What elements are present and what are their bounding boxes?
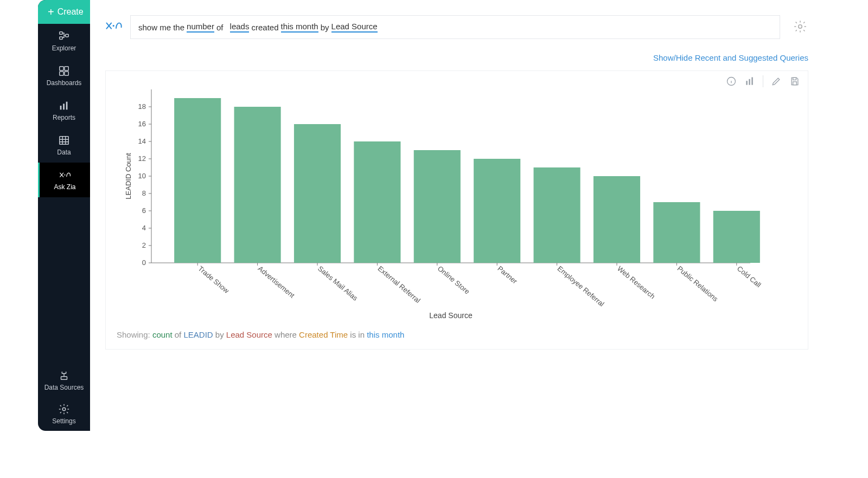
- svg-text:10: 10: [138, 172, 146, 180]
- svg-rect-20: [793, 77, 796, 80]
- svg-text:Partner: Partner: [496, 264, 519, 286]
- sidebar-item-ask-zia[interactable]: Ask Zia: [38, 163, 90, 197]
- svg-rect-59: [474, 159, 520, 263]
- svg-rect-68: [653, 202, 700, 263]
- query-token-this-month[interactable]: this month: [281, 22, 318, 33]
- toolbar-divider: [763, 75, 763, 87]
- svg-rect-2: [66, 34, 69, 37]
- svg-point-15: [799, 25, 802, 29]
- svg-rect-56: [414, 150, 461, 263]
- chart: 024681012141618Trade ShowAdvertisementSa…: [117, 79, 795, 325]
- query-text-static: show me the: [138, 23, 184, 32]
- svg-text:Web Research: Web Research: [616, 264, 656, 301]
- query-token-leads[interactable]: leads: [230, 22, 250, 33]
- svg-text:LEADID Count: LEADID Count: [124, 153, 132, 199]
- svg-text:Lead Source: Lead Source: [429, 311, 473, 320]
- svg-text:2: 2: [142, 241, 146, 249]
- svg-rect-17: [746, 81, 748, 85]
- svg-rect-21: [793, 82, 797, 85]
- showing-prefix: Showing:: [117, 330, 150, 339]
- sidebar: + Create Explorer Dashboards Reports: [38, 0, 90, 431]
- sidebar-item-label: Explorer: [52, 44, 76, 52]
- save-button[interactable]: [789, 76, 800, 87]
- showing-where: where: [275, 330, 297, 339]
- svg-rect-62: [534, 167, 580, 263]
- svg-text:14: 14: [138, 137, 146, 145]
- bar-chart-icon: [58, 100, 70, 112]
- svg-rect-8: [63, 104, 65, 109]
- svg-text:Sales Mail Alias: Sales Mail Alias: [316, 264, 360, 302]
- showing-count: count: [152, 330, 173, 339]
- info-button[interactable]: [726, 76, 737, 87]
- svg-point-13: [62, 408, 66, 411]
- svg-point-14: [113, 25, 114, 27]
- showing-leadid: LEADID: [183, 330, 213, 339]
- svg-rect-6: [65, 72, 68, 75]
- sidebar-item-explorer[interactable]: Explorer: [38, 24, 90, 59]
- zia-icon: [59, 169, 71, 181]
- grid-icon: [58, 65, 70, 77]
- zia-logo-icon: [105, 20, 123, 35]
- sidebar-item-settings[interactable]: Settings: [38, 397, 90, 431]
- svg-text:Advertisement: Advertisement: [257, 264, 297, 300]
- svg-rect-47: [234, 107, 281, 263]
- sidebar-item-data-sources[interactable]: Data Sources: [38, 364, 90, 397]
- svg-text:18: 18: [138, 102, 146, 111]
- create-label: Create: [58, 7, 84, 17]
- svg-text:Cold Call: Cold Call: [736, 264, 761, 289]
- svg-text:Employee Referral: Employee Referral: [556, 264, 606, 308]
- showing-created-time: Created Time: [299, 330, 348, 339]
- chart-card: 024681012141618Trade ShowAdvertisementSa…: [105, 70, 808, 350]
- nav: Explorer Dashboards Reports Data: [38, 24, 90, 431]
- svg-rect-12: [61, 377, 67, 380]
- svg-rect-65: [593, 176, 640, 263]
- svg-rect-5: [60, 72, 63, 75]
- sidebar-item-reports[interactable]: Reports: [38, 93, 90, 128]
- suggested-row: Show/Hide Recent and Suggested Queries: [105, 53, 808, 63]
- svg-rect-0: [60, 32, 63, 35]
- toggle-suggested-link[interactable]: Show/Hide Recent and Suggested Queries: [653, 53, 808, 62]
- svg-rect-1: [60, 37, 63, 40]
- svg-rect-7: [60, 106, 62, 109]
- svg-text:16: 16: [138, 120, 146, 128]
- chart-type-button[interactable]: [744, 76, 755, 87]
- showing-by: by: [215, 330, 224, 339]
- tree-icon: [58, 30, 70, 42]
- svg-rect-3: [60, 67, 63, 70]
- showing-this-month: this month: [367, 330, 404, 339]
- chart-svg: 024681012141618Trade ShowAdvertisementSa…: [121, 84, 761, 322]
- showing-text: Showing: count of LEADID by Lead Source …: [117, 330, 795, 339]
- svg-rect-71: [713, 211, 760, 263]
- svg-point-11: [64, 175, 65, 176]
- query-text-static: created: [251, 23, 278, 32]
- query-row: show me the number of leads created this…: [105, 15, 808, 39]
- svg-text:6: 6: [142, 206, 146, 215]
- datasource-icon: [58, 370, 70, 382]
- query-text-static: of: [216, 23, 224, 32]
- query-token-lead-source[interactable]: Lead Source: [331, 22, 378, 33]
- gear-icon: [58, 403, 70, 415]
- sidebar-item-label: Ask Zia: [54, 183, 75, 191]
- svg-rect-10: [60, 137, 69, 145]
- settings-button[interactable]: [793, 20, 808, 35]
- sidebar-item-label: Dashboards: [47, 79, 82, 87]
- showing-lead-source: Lead Source: [226, 330, 272, 339]
- edit-button[interactable]: [771, 76, 782, 87]
- sidebar-item-label: Data Sources: [44, 384, 84, 391]
- query-input[interactable]: show me the number of leads created this…: [130, 15, 780, 39]
- main: show me the number of leads created this…: [90, 0, 830, 431]
- svg-text:4: 4: [142, 224, 146, 232]
- table-icon: [58, 134, 70, 146]
- svg-text:8: 8: [142, 189, 146, 197]
- svg-rect-44: [174, 98, 221, 263]
- svg-text:0: 0: [142, 259, 146, 267]
- create-button[interactable]: + Create: [38, 0, 90, 24]
- sidebar-item-dashboards[interactable]: Dashboards: [38, 59, 90, 93]
- sidebar-item-data[interactable]: Data: [38, 128, 90, 163]
- sidebar-item-label: Reports: [53, 114, 75, 121]
- query-token-number[interactable]: number: [187, 22, 214, 33]
- svg-rect-53: [354, 141, 400, 263]
- svg-rect-9: [66, 102, 68, 110]
- svg-text:External Referral: External Referral: [376, 264, 422, 305]
- showing-of: of: [175, 330, 182, 339]
